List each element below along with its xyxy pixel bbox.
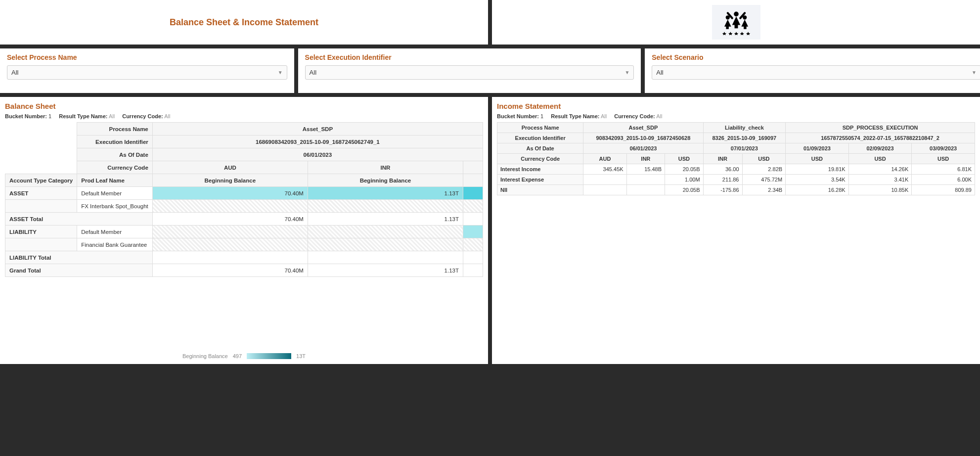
col-asof-val[interactable]: 06/01/2023 [152, 148, 483, 161]
income-statement-panel: Income Statement Bucket Number: 1 Result… [492, 97, 980, 364]
header-right [492, 0, 980, 45]
table-row: Process Name Asset_SDP [5, 123, 483, 136]
cell-cat [5, 200, 77, 213]
cell-cat: ASSET [5, 187, 77, 200]
is-col-c4[interactable]: INR [703, 154, 742, 164]
table-row: Account Type Category Prod Leaf Name Beg… [5, 174, 483, 187]
is-col-d4[interactable]: 02/09/2023 [848, 143, 912, 154]
table-row[interactable]: ASSET Default Member 70.40M 1.13T [5, 187, 483, 200]
table-row[interactable]: Grand Total 70.40M 1.13T [5, 264, 483, 277]
cell-val: 809.89 [912, 185, 975, 195]
col-exec-val[interactable]: 1686908342093_2015-10-09_1687245062749_1 [152, 136, 483, 148]
table-row[interactable]: FX Interbank Spot_Bought [5, 200, 483, 213]
cell-val: 36.00 [703, 164, 742, 175]
col-exec-id[interactable]: Execution Identifier [77, 136, 153, 148]
col-currcode[interactable]: Currency Code [77, 161, 153, 174]
cell-val: 6.00K [912, 175, 975, 185]
filter-scenario-value: All [656, 69, 663, 76]
is-result-label: Result Type Name: [551, 113, 599, 119]
page-title: Balance Sheet & Income Statement [170, 17, 318, 28]
cell-leaf: FX Interbank Spot_Bought [77, 200, 153, 213]
is-col-p3[interactable]: SDP_PROCESS_EXECUTION [786, 123, 975, 133]
cell-val: 3.41K [848, 175, 912, 185]
is-bucket-label: Bucket Number: [497, 113, 539, 119]
filter-scenario-select[interactable]: All ▼ [652, 65, 980, 80]
cell-val: 3.54K [786, 175, 849, 185]
income-statement-table: Process Name Asset_SDP Liability_check S… [497, 122, 975, 195]
legend-min: 497 [233, 353, 242, 359]
is-col-asof[interactable]: As Of Date [497, 143, 583, 154]
is-col-p2[interactable]: Liability_check [703, 123, 786, 133]
legend-gradient-icon [247, 353, 291, 359]
col-asof[interactable]: As Of Date [77, 148, 153, 161]
table-row[interactable]: LIABILITY Default Member [5, 226, 483, 238]
table-row: Currency Code AUD INR [5, 161, 483, 174]
is-col-process[interactable]: Process Name [497, 123, 583, 133]
filter-process-select[interactable]: All ▼ [7, 65, 287, 80]
is-col-p1[interactable]: Asset_SDP [583, 123, 703, 133]
legend-label: Beginning Balance [182, 353, 228, 359]
svg-point-1 [725, 15, 729, 19]
balance-sheet-legend: Beginning Balance 497 13T [0, 353, 488, 359]
is-curr-val: All [656, 113, 662, 119]
cell-val: 10.85K [848, 185, 912, 195]
is-col-exec[interactable]: Execution Identifier [497, 133, 583, 143]
is-row-label: Interest Expense [497, 175, 583, 185]
table-row[interactable]: LIABILITY Total [5, 251, 483, 264]
col-acct-cat[interactable]: Account Type Category [5, 174, 77, 187]
svg-marker-3 [722, 32, 726, 35]
cell-val: 70.40M [152, 213, 308, 226]
legend-max: 13T [296, 353, 306, 359]
cell-val: 70.40M [152, 264, 308, 277]
bs-result-val: All [109, 113, 115, 119]
is-col-c8[interactable]: USD [912, 154, 975, 164]
table-row[interactable]: Interest Expense 1.00M 211.86 475.72M 3.… [497, 175, 975, 185]
bs-curr-val: All [164, 113, 170, 119]
is-col-c6[interactable]: USD [786, 154, 849, 164]
cell-val [583, 175, 626, 185]
col-curr-inr[interactable]: INR [308, 161, 463, 174]
logo [712, 5, 760, 40]
filter-execution-select[interactable]: All ▼ [305, 65, 634, 80]
is-col-e1[interactable]: 908342093_2015-10-09_16872450628 [583, 133, 703, 143]
is-col-d5[interactable]: 03/09/2023 [912, 143, 975, 154]
is-col-d3[interactable]: 01/09/2023 [786, 143, 849, 154]
cell-val: 1.13T [308, 264, 463, 277]
table-row[interactable]: ASSET Total 70.40M 1.13T [5, 213, 483, 226]
table-row[interactable]: NII 20.05B -175.86 2.34B 16.28K 10.85K 8… [497, 185, 975, 195]
cell-val [583, 185, 626, 195]
balance-sheet-panel: Balance Sheet Bucket Number: 1 Result Ty… [0, 97, 488, 364]
cell-val: 475.72M [742, 175, 786, 185]
is-col-e3[interactable]: 1657872550574_2022-07-15_1657882210847_2 [786, 133, 975, 143]
filter-execution-value: All [310, 69, 316, 76]
col-curr-aud[interactable]: AUD [152, 161, 308, 174]
balance-sheet-title: Balance Sheet [5, 102, 483, 110]
table-row[interactable]: Interest Income 345.45K 15.48B 20.05B 36… [497, 164, 975, 175]
col-begbal-1[interactable]: Beginning Balance [152, 174, 308, 187]
col-process-val[interactable]: Asset_SDP [152, 123, 483, 136]
col-begbal-2[interactable]: Beginning Balance [308, 174, 463, 187]
table-row[interactable]: Financial Bank Guarantee [5, 238, 483, 251]
cell-leaf: Default Member [77, 187, 153, 200]
table-row: Execution Identifier 908342093_2015-10-0… [497, 133, 975, 143]
cell-val: 16.28K [786, 185, 849, 195]
svg-marker-6 [740, 32, 744, 35]
col-process-name[interactable]: Process Name [77, 123, 153, 136]
cell-leaf: Financial Bank Guarantee [77, 238, 153, 251]
bs-curr-label: Currency Code: [122, 113, 163, 119]
is-col-c7[interactable]: USD [848, 154, 912, 164]
is-col-d1[interactable]: 06/01/2023 [583, 143, 703, 154]
is-col-c2[interactable]: INR [626, 154, 665, 164]
is-bucket-val: 1 [540, 113, 543, 119]
is-col-curr[interactable]: Currency Code [497, 154, 583, 164]
is-col-c5[interactable]: USD [742, 154, 786, 164]
is-row-label: NII [497, 185, 583, 195]
is-col-d2[interactable]: 07/01/2023 [703, 143, 786, 154]
header-left: Balance Sheet & Income Statement [0, 0, 488, 45]
is-row-label: Interest Income [497, 164, 583, 175]
col-prod-leaf[interactable]: Prod Leaf Name [77, 174, 153, 187]
is-col-e2[interactable]: 8326_2015-10-09_169097 [703, 133, 786, 143]
is-col-c1[interactable]: AUD [583, 154, 626, 164]
is-col-c3[interactable]: USD [665, 154, 703, 164]
table-row: As Of Date 06/01/2023 [5, 148, 483, 161]
